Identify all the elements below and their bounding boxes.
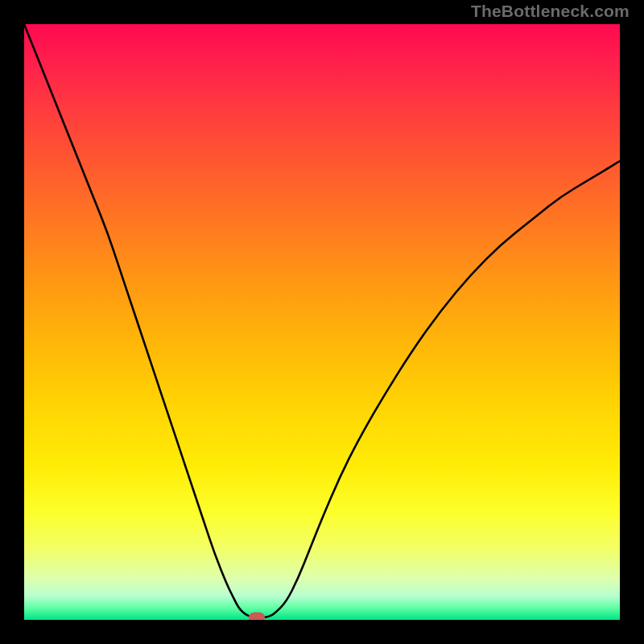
watermark-text: TheBottleneck.com	[471, 2, 630, 21]
optimal-marker	[249, 613, 265, 620]
bottleneck-curve	[24, 24, 620, 620]
plot-area	[24, 24, 620, 620]
chart-frame: TheBottleneck.com	[0, 0, 644, 644]
